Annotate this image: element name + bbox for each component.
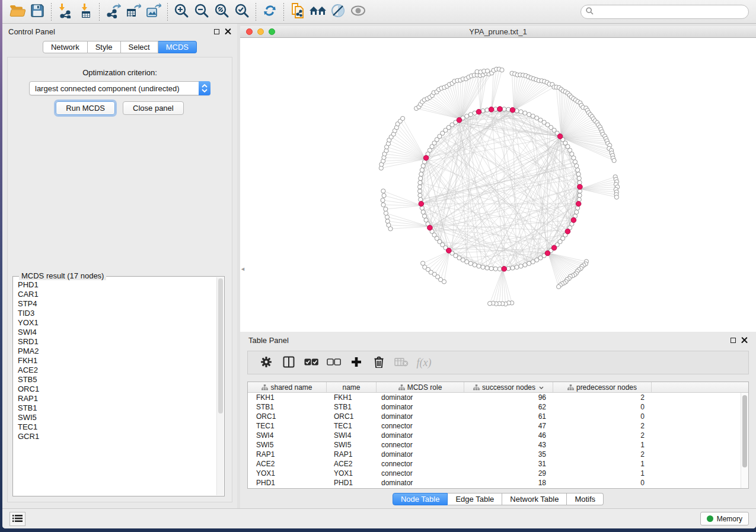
table-cell: ORC1 [327,412,377,421]
mcds-result-item[interactable]: ACE2 [18,366,216,375]
table-settings-button[interactable] [255,353,277,372]
zoom-in-button[interactable] [171,2,192,21]
table-cell: RAP1 [327,450,377,459]
table-row[interactable]: SWI5SWI5connector431 [248,440,748,450]
search-box[interactable] [580,5,749,19]
splitter-collapse-icon[interactable]: ◄ [240,265,244,273]
mcds-result-item[interactable]: CAR1 [18,290,216,299]
table-row[interactable]: PHD1PHD1dominator180 [248,478,748,488]
mcds-result-item[interactable]: SWI4 [18,328,216,337]
import-network-button[interactable] [55,2,75,21]
network-window-titlebar[interactable]: YPA_prune.txt_1 [240,26,756,38]
mcds-result-item[interactable]: GCR1 [18,432,216,441]
table-row[interactable]: SWI4SWI4dominator462 [248,431,748,440]
table-cell: TEC1 [327,421,377,431]
table-cell: 2 [553,421,652,431]
table-cell: dominator [377,450,464,459]
create-column-button[interactable] [345,353,368,372]
tab-network[interactable]: Network [43,41,88,53]
mcds-result-item[interactable]: STB5 [18,375,216,384]
table-row[interactable]: ORC1ORC1dominator610 [248,412,748,421]
mcds-result-item[interactable]: TEC1 [18,422,216,432]
table-row[interactable]: STB1STB1dominator620 [248,402,748,412]
mcds-result-item[interactable]: RAP1 [18,394,216,403]
hide-selected-button[interactable] [328,2,348,21]
save-session-button[interactable] [27,2,47,21]
zoom-selected-button[interactable] [232,2,252,21]
table-cell: 46 [464,431,553,440]
network-canvas[interactable]: ◄ [240,38,756,332]
export-image-button[interactable] [143,2,164,21]
table-scrollbar[interactable] [741,393,748,488]
mcds-result-item[interactable]: SRD1 [18,337,216,347]
run-mcds-button[interactable]: Run MCDS [56,101,115,115]
unselect-all-columns-button[interactable] [323,353,345,372]
select-all-columns-button[interactable] [300,353,323,372]
tab-motifs[interactable]: Motifs [567,493,604,505]
export-table-button[interactable] [123,2,143,21]
mcds-result-item[interactable]: STB1 [18,403,216,413]
trash-icon [374,356,384,370]
show-columns-button[interactable] [277,353,300,372]
show-graphics-details-button[interactable] [348,2,368,21]
control-panel-titlebar: Control Panel [2,24,237,39]
refresh-button[interactable] [260,2,280,21]
table-scrollbar-thumb[interactable] [742,395,747,467]
zoom-fit-button[interactable] [212,2,232,21]
import-table-button[interactable] [75,2,95,21]
float-panel-icon[interactable] [214,29,219,34]
memory-button[interactable]: Memory [700,512,749,525]
table-row[interactable]: ACE2ACE2connector311 [248,459,748,469]
close-panel-button[interactable]: Close panel [123,101,184,115]
show-panel-list-button[interactable] [9,512,25,526]
mcds-list-scrollbar[interactable] [216,277,224,495]
mcds-result-list: PHD1CAR1STP4TID3YOX1SWI4SRD1PMA2FKH1ACE2… [14,279,216,495]
column-header-name[interactable]: name [327,382,377,392]
close-panel-icon[interactable] [225,28,231,35]
search-input[interactable] [596,8,744,16]
table-tabs: Node TableEdge TableNetwork TableMotifs [240,493,756,505]
delete-column-button[interactable] [368,353,390,372]
tab-edge-table[interactable]: Edge Table [448,493,502,505]
eye-icon [350,4,366,19]
mcds-result-item[interactable]: PMA2 [18,347,216,356]
column-header-shared-name[interactable]: shared name [248,382,327,392]
column-header-MCDS-role[interactable]: MCDS role [377,382,464,392]
mcds-result-item[interactable]: STP4 [18,299,216,309]
application-window: Control Panel NetworkStyleSelectMCDS Opt… [2,0,756,528]
table-row[interactable]: YOX1YOX1connector291 [248,469,748,478]
table-row[interactable]: RAP1RAP1dominator352 [248,450,748,459]
float-table-panel-icon[interactable] [731,338,736,343]
right-pane: YPA_prune.txt_1 ◄ Table Panel [240,24,756,508]
mcds-result-item[interactable]: TID3 [18,309,216,318]
mcds-result-item[interactable]: FKH1 [18,356,216,366]
table-cell: connector [377,421,464,431]
toolbar-separator [167,3,168,21]
column-header-predecessor-nodes[interactable]: predecessor nodes [553,382,652,392]
open-file-button[interactable] [7,2,27,21]
mcds-result-item[interactable]: ORC1 [18,384,216,394]
zoom-in-icon [174,3,189,20]
mcds-result-item[interactable]: PHD1 [18,280,216,290]
export-network-button[interactable] [103,2,123,21]
clone-network-button[interactable] [288,2,308,21]
tab-style[interactable]: Style [88,41,121,53]
tab-node-table[interactable]: Node Table [393,493,448,505]
table-cell: 47 [464,421,553,431]
tab-mcds[interactable]: MCDS [158,41,197,53]
mcds-result-item[interactable]: SWI5 [18,413,216,422]
criterion-select[interactable]: largest connected component (undirected) [29,81,210,95]
columns-icon [283,356,295,370]
table-row[interactable]: TEC1TEC1connector472 [248,421,748,431]
table-cell: YOX1 [248,469,327,478]
table-row[interactable]: FKH1FKH1dominator962 [248,393,748,402]
mcds-result-item[interactable]: YOX1 [18,318,216,328]
close-table-panel-icon[interactable] [741,337,748,344]
zoom-out-button[interactable] [192,2,212,21]
tab-network-table[interactable]: Network Table [502,493,567,505]
delete-table-button[interactable] [390,353,413,372]
column-header-successor-nodes[interactable]: successor nodes [464,382,553,392]
tab-select[interactable]: Select [121,41,158,53]
function-builder-button[interactable]: f(x) [413,353,435,372]
first-neighbors-button[interactable] [308,2,328,21]
